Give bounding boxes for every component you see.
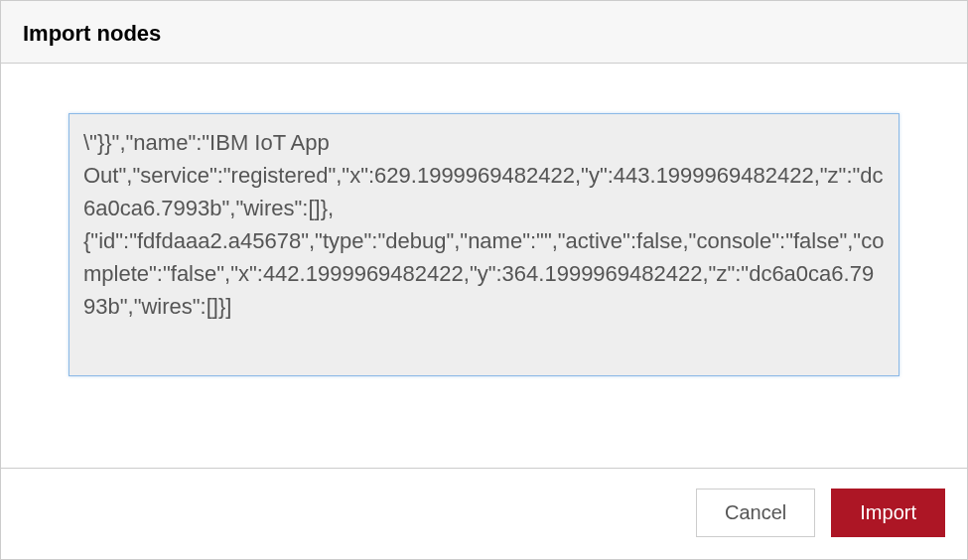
dialog-title: Import nodes bbox=[23, 21, 945, 47]
dialog-header: Import nodes bbox=[1, 1, 967, 64]
import-nodes-textarea[interactable] bbox=[69, 113, 899, 376]
import-nodes-dialog: Import nodes Cancel Import bbox=[0, 0, 968, 560]
import-button[interactable]: Import bbox=[831, 489, 945, 537]
cancel-button[interactable]: Cancel bbox=[696, 489, 815, 537]
dialog-footer: Cancel Import bbox=[1, 468, 967, 559]
dialog-body bbox=[1, 64, 967, 468]
